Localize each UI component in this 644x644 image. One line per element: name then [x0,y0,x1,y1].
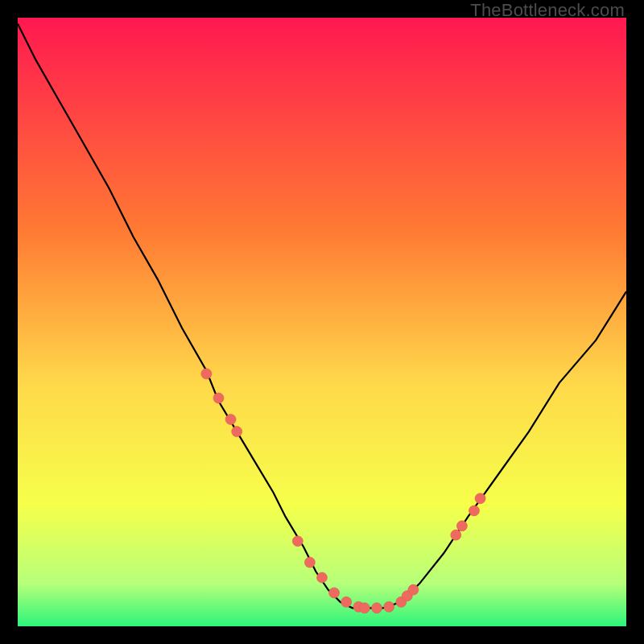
marker-point [232,427,242,437]
marker-point [384,601,394,612]
marker-point [475,493,485,504]
marker-point [359,603,369,613]
chart-svg [18,18,626,626]
marker-point [304,557,315,568]
marker-point [456,521,467,531]
marker-point [408,584,419,595]
gradient-background [18,18,626,626]
marker-point [213,393,224,403]
marker-point [469,506,480,516]
marker-point [372,603,382,613]
marker-point [451,530,461,540]
plot-area [18,18,626,626]
chart-frame: TheBottleneck.com [0,0,644,644]
marker-point [317,572,328,583]
marker-point [341,597,352,607]
marker-point [225,415,236,425]
marker-point [201,369,212,379]
marker-point [292,536,303,547]
marker-point [329,588,340,598]
